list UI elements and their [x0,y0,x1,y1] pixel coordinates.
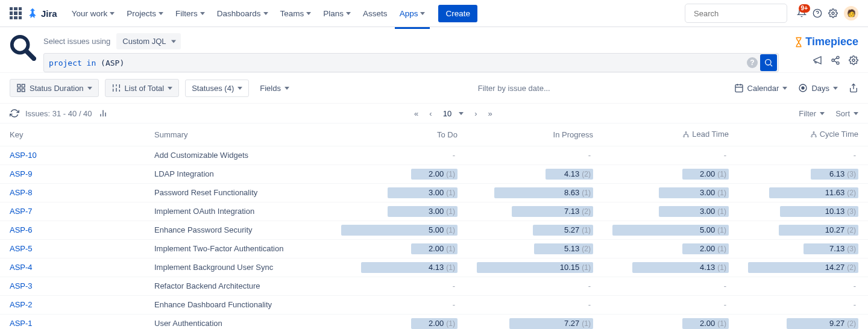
issue-key-link[interactable]: ASP-6 [10,225,33,234]
chevron-down-icon [833,87,838,90]
notifications-button[interactable]: 9+ [797,8,807,19]
svg-point-10 [832,59,834,61]
col-summary[interactable]: Summary [145,124,332,146]
table-row: ASP-7Implement OAuth Integration3.00(1)7… [0,202,868,221]
jql-search-button[interactable] [760,54,777,71]
list-total-dropdown[interactable]: List of Total [105,79,180,97]
announce-icon[interactable] [813,55,822,65]
col-cycle[interactable]: Cycle Time [738,124,868,146]
fields-dropdown[interactable]: Fields [255,80,294,96]
search-icon [764,58,773,67]
chevron-down-icon [200,12,205,15]
svg-point-9 [837,56,839,58]
timepiece-logo[interactable]: Timepiece [793,36,858,48]
col-lead[interactable]: Lead Time [603,124,738,146]
table-row: ASP-4Implement Background User Sync4.13(… [0,258,868,277]
svg-line-8 [770,64,772,66]
jql-help-icon[interactable]: ? [747,57,758,68]
page-prev-icon[interactable]: ‹ [429,109,432,118]
issue-key-link[interactable]: ASP-5 [10,244,33,253]
notif-badge: 9+ [799,4,810,13]
jira-logo[interactable]: Jira [27,7,57,19]
pager-row: Issues: 31 - 40 / 40 « ‹ 10 › » Filter S… [0,104,868,124]
issue-summary: Enhance Password Security [145,221,332,239]
issue-key-link[interactable]: ASP-1 [10,319,33,328]
create-button[interactable]: Create [438,5,477,22]
svg-point-11 [837,62,839,64]
nav-item-plans[interactable]: Plans [318,5,356,22]
export-icon[interactable] [849,83,858,93]
col-todo[interactable]: To Do [332,124,467,146]
nav-item-dashboards[interactable]: Dashboards [212,5,273,22]
search-input[interactable] [694,9,795,18]
svg-point-14 [852,59,855,61]
svg-point-39 [811,136,812,137]
toolbar: Status Duration List of Total Statuses (… [0,73,868,104]
nav-item-teams[interactable]: Teams [275,5,316,22]
chevron-down-icon [237,87,242,90]
days-dropdown[interactable]: Days [798,83,838,93]
top-nav: Jira Your workProjectsFiltersDashboardsT… [0,0,868,27]
statuses-dropdown[interactable]: Statuses (4) [185,80,249,97]
nav-item-projects[interactable]: Projects [122,5,168,22]
col-key[interactable]: Key [0,124,145,146]
issue-key-link[interactable]: ASP-9 [10,169,33,178]
svg-point-40 [815,136,816,137]
chevron-down-icon [110,12,115,15]
chart-icon[interactable] [98,108,108,118]
table-row: ASP-2Enhance Dashboard Functionality---- [0,295,868,314]
product-name: Jira [41,8,57,19]
issue-key-link[interactable]: ASP-2 [10,300,33,309]
page-first-icon[interactable]: « [414,109,418,118]
nav-item-your-work[interactable]: Your work [67,5,120,22]
svg-point-30 [802,87,804,89]
nav-item-assets[interactable]: Assets [358,5,392,22]
user-avatar[interactable]: 🧑 [844,6,858,20]
svg-line-6 [27,51,34,58]
issue-summary: Enhance Dashboard Functionality [145,295,332,314]
chevron-down-icon [854,112,858,115]
issue-key-link[interactable]: ASP-10 [10,151,37,160]
date-filter-hint[interactable]: Filter by issue date... [300,84,728,93]
jql-mode-dropdown[interactable]: Custom JQL [116,33,180,49]
jql-input-row[interactable]: project in (ASP) ? [43,53,779,72]
table-row: ASP-9LDAP Integration2.00(1)4.13(2)2.00(… [0,164,868,183]
select-issues-label: Select issues using [43,37,110,46]
sort-dropdown[interactable]: Sort [835,109,858,118]
issue-key-link[interactable]: ASP-8 [10,188,33,197]
nav-item-apps[interactable]: Apps [395,5,430,22]
settings-icon[interactable] [849,55,858,65]
jql-text[interactable]: project in (ASP) [49,58,747,67]
help-icon[interactable] [813,8,822,18]
svg-point-4 [832,12,834,14]
table-row: ASP-1User Authentication2.00(1)7.27(1)2.… [0,314,868,329]
calendar-dropdown[interactable]: Calendar [734,83,788,93]
share-icon[interactable] [831,55,840,65]
settings-icon[interactable] [828,8,838,18]
record-icon [798,83,808,93]
filter-dropdown[interactable]: Filter [799,109,825,118]
issue-summary: User Authentication [145,314,332,329]
nav-item-filters[interactable]: Filters [171,5,210,22]
svg-point-7 [766,60,771,65]
col-inprogress[interactable]: In Progress [467,124,603,146]
status-duration-dropdown[interactable]: Status Duration [10,79,99,97]
issue-key-link[interactable]: ASP-4 [10,263,33,272]
issue-summary: Add Customizable Widgets [145,146,332,164]
refresh-icon[interactable] [10,108,19,118]
page-size[interactable]: 10 [443,109,451,118]
hourglass-icon [793,37,804,48]
issue-summary: Implement Two-Factor Authentication [145,239,332,258]
issue-summary: Refactor Backend Architecture [145,277,332,295]
topright-icons: 9+ 🧑 [797,6,858,20]
svg-point-37 [688,136,689,137]
svg-rect-15 [17,84,20,87]
page-next-icon[interactable]: › [474,109,477,118]
table-row: ASP-3Refactor Backend Architecture---- [0,277,868,295]
chevron-down-icon [87,87,92,90]
issue-key-link[interactable]: ASP-3 [10,281,33,290]
app-switcher-icon[interactable] [10,7,22,19]
global-search[interactable] [685,4,787,23]
page-last-icon[interactable]: » [488,109,492,118]
issue-key-link[interactable]: ASP-7 [10,207,33,216]
